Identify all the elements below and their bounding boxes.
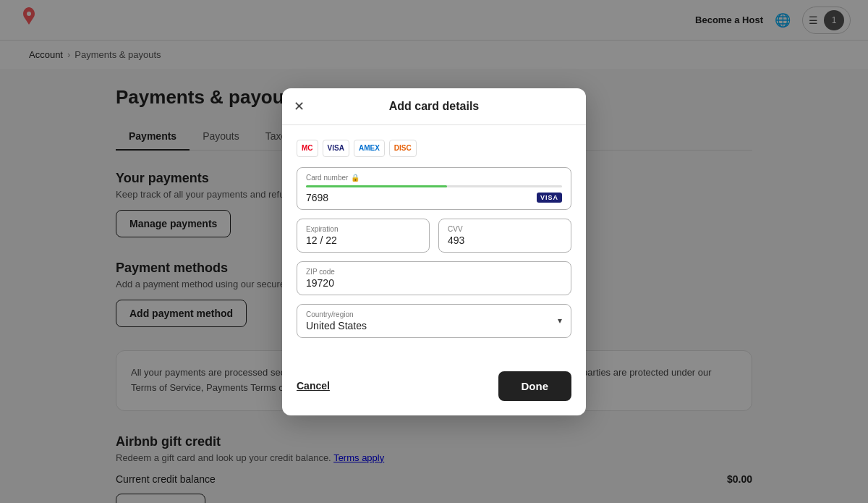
- expiration-field[interactable]: Expiration 12 / 22: [297, 219, 430, 253]
- cvv-value: 493: [448, 234, 464, 246]
- modal-title: Add card details: [389, 100, 479, 113]
- card-number-label: Card number 🔒: [306, 174, 562, 182]
- expiry-cvv-row: Expiration 12 / 22 CVV 493: [297, 219, 571, 253]
- country-value: United States: [306, 320, 367, 331]
- card-brands: MC VISA AMEX DISC: [297, 140, 571, 157]
- zip-label: ZIP code: [306, 268, 562, 276]
- card-number-field[interactable]: Card number 🔒 7698 VISA: [297, 167, 571, 210]
- cvv-field[interactable]: CVV 493: [438, 219, 571, 253]
- card-number-progress-bar: [306, 185, 562, 187]
- zip-field[interactable]: ZIP code 19720: [297, 261, 571, 295]
- modal-close-button[interactable]: ✕: [294, 100, 305, 113]
- country-label: Country/region: [306, 310, 545, 318]
- expiration-col: Expiration 12 / 22: [297, 219, 430, 253]
- card-number-group: Card number 🔒 7698 VISA: [297, 167, 571, 210]
- zip-group: ZIP code 19720: [297, 261, 571, 295]
- chevron-down-icon: ▾: [558, 316, 562, 326]
- country-group: Country/region United States ▾: [297, 304, 571, 338]
- cancel-button[interactable]: Cancel: [297, 380, 330, 392]
- card-number-digits: 7698: [306, 192, 328, 203]
- modal-body: MC VISA AMEX DISC Card number 🔒 7698: [282, 125, 586, 361]
- modal-overlay: ✕ Add card details MC VISA AMEX DISC Car…: [0, 0, 868, 503]
- modal-header: ✕ Add card details: [282, 88, 586, 125]
- zip-value: 19720: [306, 277, 334, 289]
- visa-icon: VISA: [323, 140, 349, 157]
- mastercard-icon: MC: [297, 140, 318, 157]
- visa-badge: VISA: [537, 193, 562, 203]
- country-select[interactable]: Country/region United States ▾: [297, 304, 571, 338]
- expiration-value: 12 / 22: [306, 234, 337, 246]
- cvv-label: CVV: [448, 225, 562, 233]
- cvv-col: CVV 493: [438, 219, 571, 253]
- amex-icon: AMEX: [354, 140, 385, 157]
- card-number-value-row: 7698 VISA: [306, 192, 562, 203]
- done-button[interactable]: Done: [498, 371, 572, 401]
- modal-footer: Cancel Done: [282, 361, 586, 415]
- card-number-progress-fill: [306, 185, 447, 187]
- expiration-label: Expiration: [306, 225, 420, 233]
- discover-icon: DISC: [389, 140, 417, 157]
- add-card-modal: ✕ Add card details MC VISA AMEX DISC Car…: [282, 88, 586, 415]
- lock-icon: 🔒: [351, 174, 359, 182]
